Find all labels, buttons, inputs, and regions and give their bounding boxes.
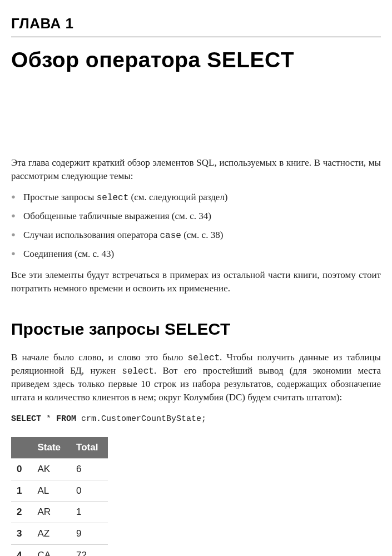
table-header: Total: [71, 437, 108, 458]
cell-total: 6: [71, 458, 108, 480]
table-row: 0 AK 6: [11, 458, 108, 480]
inline-code: select: [187, 353, 220, 363]
code-block: SELECT * FROM crm.CustomerCountByState;: [11, 413, 381, 425]
list-text: Случаи использования оператора: [23, 230, 160, 240]
row-index: 2: [11, 502, 32, 523]
row-index: 1: [11, 480, 32, 502]
list-text: (см. следующий раздел): [128, 192, 227, 202]
cell-total: 72: [71, 544, 108, 556]
inline-code: select: [122, 366, 154, 376]
list-item: Простые запросы select (см. следующий ра…: [11, 191, 381, 204]
cell-total: 9: [71, 523, 108, 545]
section-title: Простые запросы SELECT: [11, 317, 381, 341]
list-item: Обобщенные табличные выражения (см. с. 3…: [11, 210, 381, 223]
cell-state: CA: [32, 544, 71, 556]
inline-code: case: [160, 231, 181, 241]
table-row: 2 AR 1: [11, 502, 108, 523]
post-intro-paragraph: Все эти элементы будут встречаться в при…: [11, 269, 381, 295]
list-item: Соединения (см. с. 43): [11, 247, 381, 261]
row-index: 0: [11, 458, 32, 480]
topic-list: Простые запросы select (см. следующий ра…: [11, 191, 381, 261]
table-header: State: [32, 437, 71, 458]
list-item: Случаи использования оператора case (см.…: [11, 229, 381, 242]
cell-state: AK: [32, 458, 71, 480]
chapter-label: ГЛАВА 1: [11, 13, 381, 33]
list-text: (см. с. 38): [181, 230, 223, 240]
list-text: Обобщенные табличные выражения (см. с. 3…: [23, 211, 211, 221]
result-table: State Total 0 AK 6 1 AL 0 2 AR 1 3 AZ 9 …: [11, 437, 108, 556]
cell-state: AL: [32, 480, 71, 502]
text: В начале было слово, и слово это было: [11, 352, 187, 363]
list-text: Соединения (см. с. 43): [23, 249, 114, 259]
table-header-row: State Total: [11, 437, 108, 458]
code-text: crm.CustomerCountByState;: [76, 414, 206, 424]
keyword: SELECT: [11, 414, 41, 424]
keyword: FROM: [56, 414, 76, 424]
cell-total: 0: [71, 480, 108, 502]
cell-state: AZ: [32, 523, 71, 545]
code-text: *: [41, 414, 56, 424]
chapter-title: Обзор оператора SELECT: [11, 45, 381, 76]
table-row: 1 AL 0: [11, 480, 108, 502]
table-row: 4 CA 72: [11, 544, 108, 556]
intro-paragraph: Эта глава содержит краткий обзор элемент…: [11, 156, 381, 183]
cell-state: AR: [32, 502, 71, 523]
inline-code: select: [97, 193, 129, 203]
row-index: 4: [11, 544, 32, 556]
section-paragraph: В начале было слово, и слово это было se…: [11, 351, 381, 404]
table-header: [11, 437, 32, 458]
table-row: 3 AZ 9: [11, 523, 108, 545]
cell-total: 1: [71, 502, 108, 523]
list-text: Простые запросы: [23, 192, 97, 202]
row-index: 3: [11, 523, 32, 545]
title-rule: [11, 37, 381, 37]
